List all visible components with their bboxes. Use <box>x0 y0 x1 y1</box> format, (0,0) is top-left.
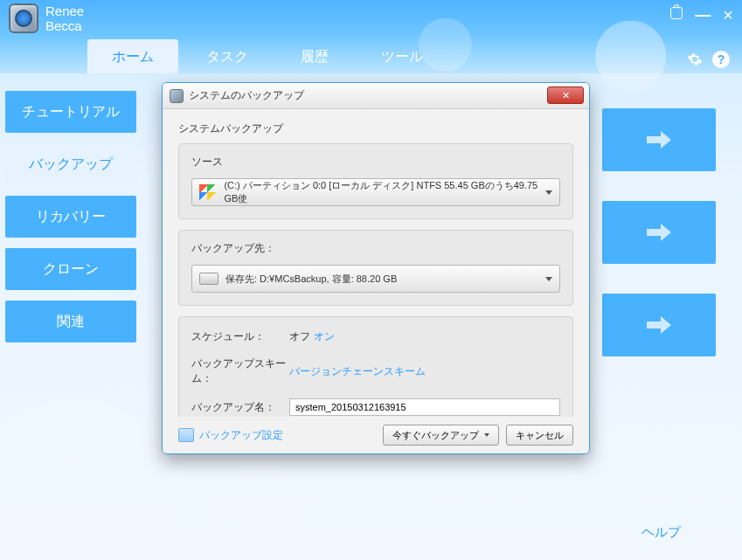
cancel-button[interactable]: キャンセル <box>506 425 573 446</box>
backup-name-row: バックアップ名： <box>191 398 560 416</box>
body-area: チュートリアル バックアップ リカバリー クローン 関連 ヘルプ システムのバッ… <box>0 73 742 560</box>
backup-name-input[interactable] <box>289 398 560 416</box>
settings-box-icon <box>178 428 194 442</box>
help-link[interactable]: ヘルプ <box>641 524 681 541</box>
scheme-label: バックアップスキーム： <box>191 356 289 386</box>
app-title-line2: Becca <box>45 18 84 33</box>
source-select[interactable]: (C:) パーティション 0:0 [ローカル ディスク] NTFS 55.45 … <box>191 178 560 206</box>
arrow-button-3[interactable] <box>602 294 716 356</box>
gear-icon[interactable] <box>686 51 704 68</box>
help-icon[interactable]: ? <box>712 51 730 68</box>
sidebar-item-related[interactable]: 関連 <box>5 301 136 342</box>
destination-select[interactable]: 保存先: D:¥MCsBackup, 容量: 88.20 GB <box>191 265 560 293</box>
destination-panel: バックアップ先： 保存先: D:¥MCsBackup, 容量: 88.20 GB <box>178 230 573 306</box>
dialog-close-button[interactable]: ✕ <box>547 86 584 104</box>
destination-value: 保存先: D:¥MCsBackup, 容量: 88.20 GB <box>225 273 397 286</box>
destination-label: バックアップ先： <box>191 241 560 256</box>
drive-icon <box>199 273 218 285</box>
main-window: Renee Becca — × ホーム タスク 履歴 ツール ? チュートリアル… <box>0 0 742 560</box>
dialog-body: システムバックアップ ソース (C:) パーティション 0:0 [ローカル ディ… <box>163 109 589 438</box>
sidebar-item-clone[interactable]: クローン <box>5 248 136 290</box>
titlebar: Renee Becca — × <box>0 0 742 37</box>
sidebar-item-tutorial[interactable]: チュートリアル <box>5 91 136 133</box>
tab-tool[interactable]: ツール <box>357 39 447 73</box>
dialog-section-title: システムバックアップ <box>178 121 573 136</box>
arrow-button-2[interactable] <box>602 201 716 264</box>
source-label: ソース <box>191 155 560 169</box>
meta-panel: スケジュール： オフ オン バックアップスキーム： バージョンチェーンスキーム … <box>178 316 573 429</box>
tab-history[interactable]: 履歴 <box>276 39 353 73</box>
dialog-titlebar[interactable]: システムのバックアップ ✕ <box>163 83 589 109</box>
schedule-on-link[interactable]: オン <box>314 329 335 344</box>
app-title: Renee Becca <box>45 3 84 33</box>
tab-task[interactable]: タスク <box>182 39 273 73</box>
windows-logo-icon <box>199 184 217 200</box>
backup-settings-text: バックアップ設定 <box>199 428 283 443</box>
minimize-button[interactable]: — <box>695 7 711 23</box>
top-right-icons: ? <box>686 51 730 68</box>
scheme-link[interactable]: バージョンチェーンスキーム <box>289 364 426 379</box>
backup-settings-link[interactable]: バックアップ設定 <box>178 428 283 443</box>
source-value: (C:) パーティション 0:0 [ローカル ディスク] NTFS 55.45 … <box>224 179 540 205</box>
schedule-row: スケジュール： オフ オン <box>191 329 560 344</box>
system-backup-dialog: システムのバックアップ ✕ システムバックアップ ソース (C:) パーティショ… <box>162 82 590 454</box>
schedule-off-text: オフ <box>289 329 310 344</box>
backup-name-label: バックアップ名： <box>191 400 289 415</box>
sidebar: チュートリアル バックアップ リカバリー クローン 関連 <box>5 91 136 353</box>
top-tabs: ホーム タスク 履歴 ツール ? <box>0 37 742 73</box>
source-panel: ソース (C:) パーティション 0:0 [ローカル ディスク] NTFS 55… <box>178 143 573 219</box>
app-logo-icon <box>9 3 38 33</box>
sidebar-item-backup[interactable]: バックアップ <box>5 143 136 185</box>
dialog-app-icon <box>170 89 184 103</box>
app-title-line1: Renee <box>45 3 84 18</box>
backup-now-button[interactable]: 今すぐバックアップ <box>383 425 499 446</box>
dialog-title: システムのバックアップ <box>189 88 304 103</box>
window-controls: — × <box>670 7 733 23</box>
sidebar-item-recovery[interactable]: リカバリー <box>5 196 136 238</box>
tab-home[interactable]: ホーム <box>87 39 178 73</box>
dialog-footer: バックアップ設定 今すぐバックアップ キャンセル <box>163 417 589 453</box>
schedule-label: スケジュール： <box>191 329 289 344</box>
action-arrow-column <box>602 108 716 386</box>
arrow-button-1[interactable] <box>602 108 716 171</box>
scheme-row: バックアップスキーム： バージョンチェーンスキーム <box>191 356 560 386</box>
pin-icon[interactable] <box>670 7 683 19</box>
close-button[interactable]: × <box>723 7 733 23</box>
